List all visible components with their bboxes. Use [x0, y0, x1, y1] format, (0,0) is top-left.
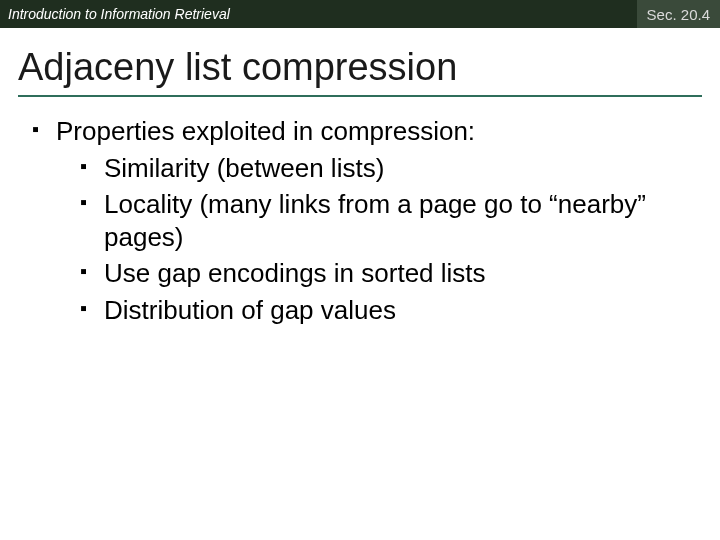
course-title: Introduction to Information Retrieval — [8, 6, 230, 22]
slide-title: Adjaceny list compression — [0, 28, 720, 95]
sub-bullet-text: Distribution of gap values — [104, 295, 396, 325]
sub-bullet: Locality (many links from a page go to “… — [80, 188, 688, 253]
sub-bullet-text: Use gap encodings in sorted lists — [104, 258, 486, 288]
sub-bullet: Similarity (between lists) — [80, 152, 688, 185]
section-label: Sec. 20.4 — [637, 0, 720, 28]
sub-bullet: Use gap encodings in sorted lists — [80, 257, 688, 290]
bullet-main: Properties exploited in compression: Sim… — [32, 115, 688, 326]
sub-bullet: Distribution of gap values — [80, 294, 688, 327]
slide-header: Introduction to Information Retrieval Se… — [0, 0, 720, 28]
slide-body: Properties exploited in compression: Sim… — [0, 115, 720, 326]
sub-bullet-text: Similarity (between lists) — [104, 153, 384, 183]
bullet-main-text: Properties exploited in compression: — [56, 116, 475, 146]
title-underline — [18, 95, 702, 97]
sub-bullet-text: Locality (many links from a page go to “… — [104, 189, 646, 252]
